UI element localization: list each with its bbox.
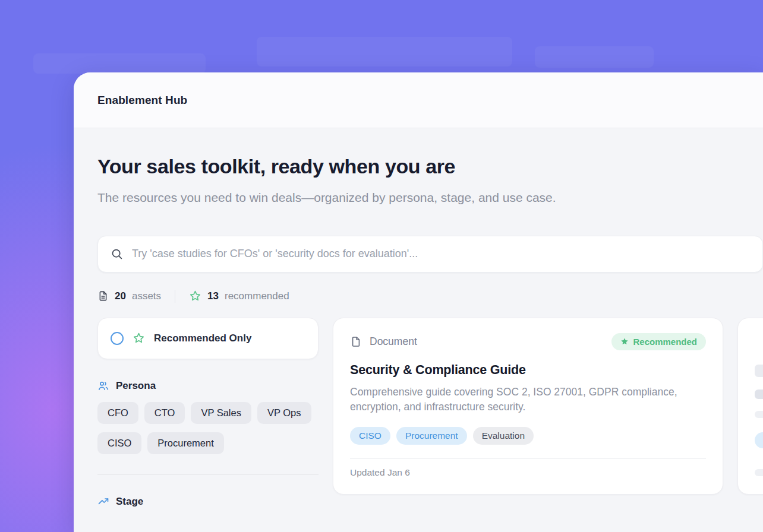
assets-count: 20 [115,290,126,302]
document-icon [350,335,362,349]
tag-procurement: Procurement [396,427,467,445]
persona-chip-cfo[interactable]: CFO [97,402,138,424]
main-content: Your sales toolkit, ready when you are T… [74,155,763,508]
recommended-only-label: Recommended Only [154,332,251,344]
trend-up-icon [97,496,109,508]
stats-bar: 20 assets 13 recommended [97,290,763,303]
page-subtitle: The resources you need to win deals—orga… [97,187,561,209]
search-icon [111,248,123,260]
stage-section-label: Stage [116,496,143,508]
background-decoration [535,46,654,68]
asset-card-top: Document Recommended [350,333,706,350]
stage-section-header: Stage [97,496,319,508]
background-decoration [257,37,512,66]
tag-evaluation: Evaluation [473,427,534,445]
page-title: Your sales toolkit, ready when you are [97,155,763,178]
sidebar-divider [97,474,319,475]
background-decoration [33,53,206,74]
persona-chip-ciso[interactable]: CISO [97,432,141,454]
next-card-fragment [755,469,763,476]
asset-title: Security & Compliance Guide [350,363,706,378]
persona-chip-cto[interactable]: CTO [144,402,185,424]
asset-card[interactable]: Document Recommended Security & Complian… [333,318,723,495]
star-icon [133,332,145,344]
app-title: Enablement Hub [97,94,187,107]
search-input[interactable] [132,248,750,260]
next-asset-card[interactable] [737,318,763,495]
content-row: Recommended Only Persona CFO [97,318,763,508]
persona-chips: CFO CTO VP Sales VP Ops CISO Procurement [97,402,319,454]
search-bar[interactable] [97,236,763,273]
asset-type: Document [350,335,417,349]
next-card-fragment [755,411,763,418]
recommended-count: 13 [207,290,219,302]
file-icon [97,290,109,302]
star-icon [620,337,629,346]
recommended-badge-label: Recommended [633,337,697,347]
persona-chip-procurement[interactable]: Procurement [147,432,223,454]
asset-updated: Updated Jan 6 [350,459,706,488]
recommended-badge: Recommended [611,333,706,350]
filters-sidebar: Recommended Only Persona CFO [97,318,319,508]
star-icon [189,290,201,302]
next-card-fragment [755,365,763,377]
recommended-label: recommended [225,290,289,302]
recommended-only-toggle[interactable]: Recommended Only [97,318,319,359]
asset-type-label: Document [370,335,417,348]
asset-tags: CISO Procurement Evaluation [350,427,706,445]
next-card-fragment [755,390,763,399]
assets-stat: 20 assets [97,290,161,302]
tag-ciso: CISO [350,427,390,445]
radio-circle[interactable] [111,332,124,345]
app-window: Enablement Hub Your sales toolkit, ready… [74,72,763,532]
persona-section-label: Persona [116,380,156,392]
recommended-stat: 13 recommended [189,290,289,302]
app-header: Enablement Hub [74,72,763,128]
stats-divider [175,290,175,303]
asset-description: Comprehensive guide covering SOC 2, ISO … [350,385,701,416]
persona-section-header: Persona [97,380,319,392]
persona-chip-vp-sales[interactable]: VP Sales [191,402,251,424]
persona-chip-vp-ops[interactable]: VP Ops [257,402,311,424]
users-icon [97,380,109,392]
assets-label: assets [132,290,161,302]
next-card-fragment [755,432,763,448]
